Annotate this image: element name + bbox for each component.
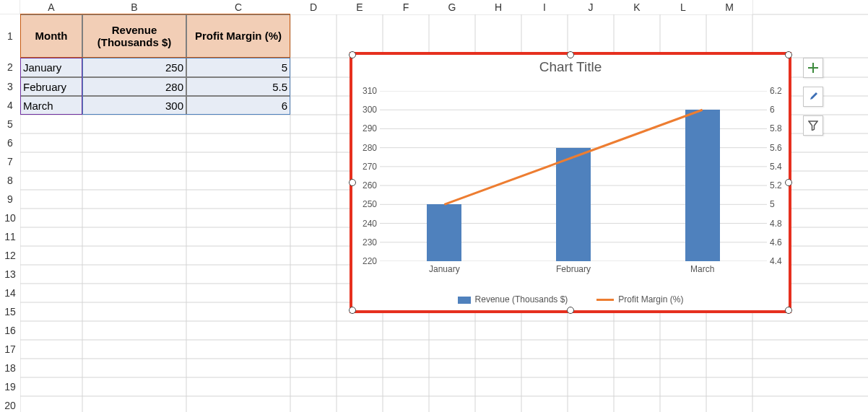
row-head-6[interactable]: 6 (0, 133, 20, 152)
row-head-19[interactable]: 19 (0, 377, 20, 396)
y-tick-right: 6.2 (770, 86, 791, 96)
row-head-2[interactable]: 2 (0, 58, 20, 77)
x-tick: January (429, 264, 460, 274)
chart-styles-button[interactable] (803, 87, 823, 107)
cell-C4[interactable]: 6 (186, 96, 290, 115)
y-tick-left: 270 (355, 162, 377, 172)
resize-handle[interactable] (349, 51, 356, 58)
plus-icon (807, 62, 819, 74)
row-head-17[interactable]: 17 (0, 340, 20, 359)
col-head-F[interactable]: F (383, 0, 429, 14)
row-head-5[interactable]: 5 (0, 115, 20, 133)
resize-handle[interactable] (349, 179, 356, 186)
x-tick: February (556, 264, 591, 274)
cell-text: 250 (165, 61, 183, 74)
cell-A1[interactable]: Month (20, 14, 82, 58)
brush-icon (807, 91, 819, 102)
y-tick-right: 5 (770, 199, 791, 209)
chart-filter-button[interactable] (803, 115, 823, 136)
col-head-A[interactable]: A (20, 0, 82, 14)
row-head-18[interactable]: 18 (0, 359, 20, 377)
legend-item-bar[interactable]: Revenue (Thousands $) (458, 294, 568, 304)
col-head-I[interactable]: I (521, 0, 568, 14)
cell-B1[interactable]: Revenue (Thousands $) (82, 14, 186, 58)
row-head-3[interactable]: 3 (0, 77, 20, 96)
resize-handle[interactable] (785, 51, 792, 58)
cell-B3[interactable]: 280 (82, 77, 186, 96)
row-head-16[interactable]: 16 (0, 321, 20, 340)
y-tick-left: 300 (355, 105, 377, 115)
resize-handle[interactable] (567, 51, 574, 58)
cell-text: 300 (165, 100, 183, 112)
plot-area[interactable]: 220230240250260270280290300310 4.44.64.8… (380, 91, 767, 261)
col-head-K[interactable]: K (614, 0, 660, 14)
resize-handle[interactable] (785, 179, 792, 186)
resize-handle[interactable] (349, 307, 356, 314)
chart-elements-button[interactable] (803, 58, 823, 78)
col-head-L[interactable]: L (660, 0, 706, 14)
cell-B2[interactable]: 250 (82, 58, 186, 77)
cell-A4[interactable]: March (20, 96, 82, 115)
col-head-C[interactable]: C (186, 0, 290, 14)
cell-text: February (23, 81, 66, 93)
row-head-11[interactable]: 11 (0, 227, 20, 246)
y-tick-left: 220 (355, 256, 377, 266)
legend-swatch-bar (458, 297, 471, 304)
col-head-G[interactable]: G (429, 0, 475, 14)
y-tick-right: 6 (770, 105, 791, 115)
row-head-14[interactable]: 14 (0, 284, 20, 302)
y-tick-left: 260 (355, 180, 377, 190)
cell-A3[interactable]: February (20, 77, 82, 96)
cell-text: March (23, 100, 53, 112)
col-head-E[interactable]: E (337, 0, 383, 14)
row-head-20[interactable]: 20 (0, 396, 20, 412)
row-head-1[interactable]: 1 (0, 14, 20, 58)
cell-C2[interactable]: 5 (186, 58, 290, 77)
y-tick-right: 4.4 (770, 256, 791, 266)
cell-A2[interactable]: January (20, 58, 82, 77)
y-tick-left: 310 (355, 86, 377, 96)
cell-text: 5 (282, 61, 287, 74)
cell-text: 6 (282, 100, 287, 112)
y-tick-left: 230 (355, 237, 377, 247)
col-head-H[interactable]: H (475, 0, 521, 14)
legend-swatch-line (596, 299, 614, 301)
row-head-4[interactable]: 4 (0, 96, 20, 115)
y-tick-right: 4.6 (770, 237, 791, 247)
col-head-J[interactable]: J (568, 0, 614, 14)
row-head-9[interactable]: 9 (0, 190, 20, 209)
resize-handle[interactable] (567, 307, 574, 314)
cell-text: 280 (165, 81, 183, 93)
legend-item-line[interactable]: Profit Margin (%) (596, 294, 683, 304)
cell-text: 5.5 (272, 81, 287, 93)
resize-handle[interactable] (785, 307, 792, 314)
y-tick-left: 240 (355, 219, 377, 229)
y-tick-right: 5.6 (770, 143, 791, 153)
col-head-M[interactable]: M (706, 0, 752, 14)
filter-icon (808, 120, 818, 131)
row-head-13[interactable]: 13 (0, 265, 20, 284)
header-label: Profit Margin (%) (195, 30, 282, 42)
svg-line-46 (444, 157, 573, 205)
cell-C1[interactable]: Profit Margin (%) (186, 14, 290, 58)
col-head-D[interactable]: D (290, 0, 337, 14)
row-head-12[interactable]: 12 (0, 246, 20, 265)
y-tick-left: 290 (355, 123, 377, 133)
chart-object[interactable]: Chart Title 2202302402502602702802903003… (350, 52, 791, 313)
row-head-7[interactable]: 7 (0, 152, 20, 171)
header-label: Month (35, 30, 68, 42)
col-head-B[interactable]: B (82, 0, 186, 14)
svg-line-47 (573, 110, 703, 157)
row-head-10[interactable]: 10 (0, 209, 20, 227)
cell-C3[interactable]: 5.5 (186, 77, 290, 96)
legend-label: Revenue (Thousands $) (475, 294, 568, 304)
legend-label: Profit Margin (%) (618, 294, 683, 304)
cell-text: January (23, 61, 61, 74)
y-tick-right: 4.8 (770, 219, 791, 229)
x-tick: March (690, 264, 714, 274)
cell-B4[interactable]: 300 (82, 96, 186, 115)
row-head-15[interactable]: 15 (0, 302, 20, 321)
chart-legend[interactable]: Revenue (Thousands $) Profit Margin (%) (352, 294, 789, 304)
row-head-8[interactable]: 8 (0, 171, 20, 190)
y-tick-left: 280 (355, 143, 377, 153)
